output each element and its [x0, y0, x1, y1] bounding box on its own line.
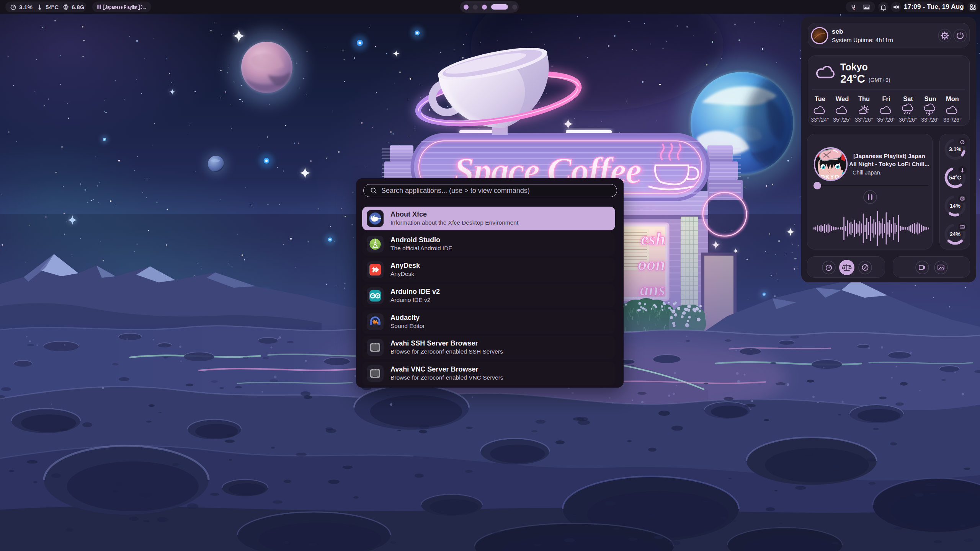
svg-text:3.1%: 3.1% [949, 146, 961, 152]
svg-text:33°/26°: 33°/26° [943, 117, 962, 123]
svg-text:35°/26°: 35°/26° [877, 117, 895, 123]
svg-text:Chill Japan.: Chill Japan. [853, 170, 882, 176]
svg-text:seb: seb [832, 28, 843, 35]
svg-text:(GMT+9): (GMT+9) [869, 77, 890, 83]
svg-text:Tue: Tue [815, 95, 825, 102]
svg-text:33°/24°: 33°/24° [811, 117, 829, 123]
svg-text:Fri: Fri [882, 95, 890, 102]
svg-text:54°C: 54°C [949, 174, 961, 181]
svg-text:Sun: Sun [924, 95, 936, 102]
svg-text:Tokyo: Tokyo [840, 62, 868, 72]
svg-text:35°/25°: 35°/25° [833, 117, 851, 123]
svg-text:Wed: Wed [836, 95, 849, 102]
svg-text:36°/26°: 36°/26° [899, 117, 917, 123]
svg-text:24°C: 24°C [840, 73, 865, 85]
svg-text:14%: 14% [950, 203, 961, 209]
svg-text:System Uptime: 4h11m: System Uptime: 4h11m [832, 37, 893, 43]
svg-text:24%: 24% [950, 231, 961, 237]
svg-text:Thu: Thu [858, 95, 870, 102]
svg-text:33°/26°: 33°/26° [921, 117, 939, 123]
svg-text:33°/26°: 33°/26° [855, 117, 873, 123]
svg-text:Sat: Sat [903, 95, 913, 102]
svg-text:[Japanese Playlist] Japan: [Japanese Playlist] Japan [853, 153, 925, 159]
svg-text:C: C [853, 6, 855, 10]
svg-text:Mon: Mon [946, 95, 959, 102]
svg-text:All Night - Tokyo LoFi Chill..: All Night - Tokyo LoFi Chill... [849, 161, 929, 167]
